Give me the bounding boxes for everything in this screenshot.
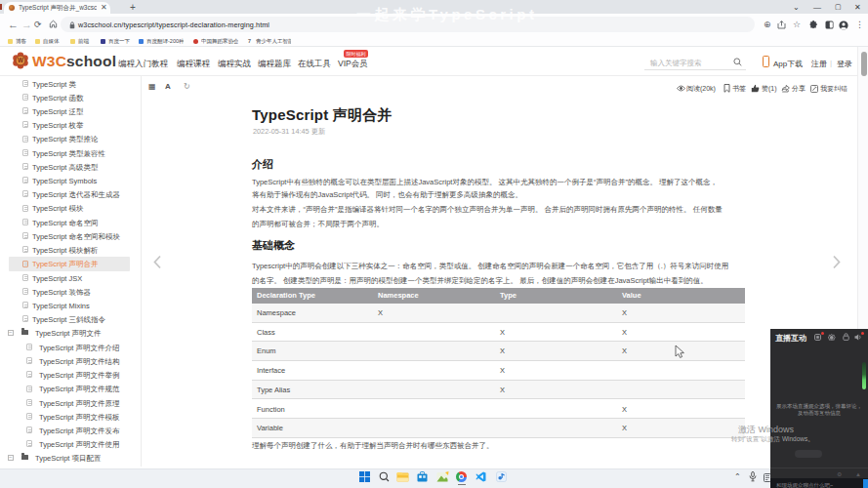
svg-text:W: W (18, 57, 23, 63)
